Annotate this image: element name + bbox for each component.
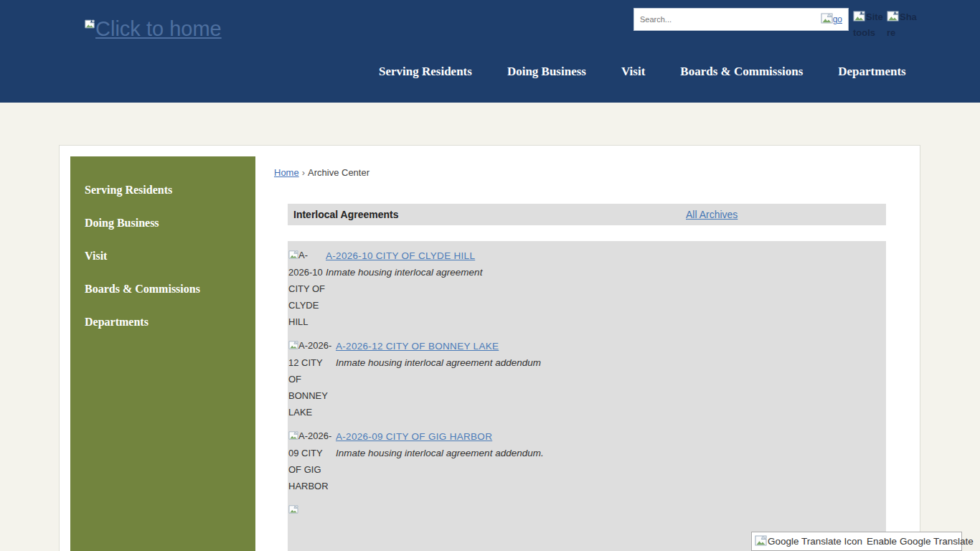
item-thumbnail-broken-image[interactable]: A-2026-10 CITY OF CLYDE HILL <box>288 247 326 330</box>
archive-header-bar: Interlocal Agreements All Archives <box>288 204 886 225</box>
item-thumbnail-broken-image[interactable]: A-2026-12 CITY OF BONNEY LAKE <box>288 337 336 420</box>
item-body: A-2026-12 CITY OF BONNEY LAKE Inmate hou… <box>336 337 541 420</box>
all-archives-link[interactable]: All Archives <box>686 209 738 220</box>
sidebar-item-visit[interactable]: Visit <box>70 240 255 273</box>
google-translate-icon-alt: Google Translate Icon <box>768 536 862 547</box>
item-title-link[interactable]: A-2026-09 CITY OF GIG HARBOR <box>336 431 492 442</box>
nav-doing-business[interactable]: Doing Business <box>507 65 586 79</box>
sidebar-item-boards-commissions[interactable]: Boards & Commissions <box>70 273 255 306</box>
archive-item: A-2026-10 CITY OF CLYDE HILL A-2026-10 C… <box>288 247 880 330</box>
item-thumbnail-broken-image[interactable]: A-2026-09 CITY OF GIG HARBOR <box>288 428 336 494</box>
sidebar: Serving Residents Doing Business Visit B… <box>70 156 255 551</box>
main-nav: Serving Residents Doing Business Visit B… <box>379 65 906 79</box>
breadcrumb-home-link[interactable]: Home <box>274 167 299 178</box>
google-translate-icon <box>755 535 767 548</box>
nav-departments[interactable]: Departments <box>838 65 905 79</box>
archive-center-page: { "header": { "home_link": "Click to hom… <box>0 0 980 551</box>
archive-list: A-2026-10 CITY OF CLYDE HILL A-2026-10 C… <box>288 241 886 551</box>
item-thumbnail-broken-image[interactable] <box>288 501 298 519</box>
sidebar-item-doing-business[interactable]: Doing Business <box>70 207 255 240</box>
archive-item-partial <box>288 501 880 519</box>
archive-title: Interlocal Agreements <box>293 209 399 220</box>
nav-visit[interactable]: Visit <box>621 65 645 79</box>
broken-image-icon <box>853 11 865 26</box>
home-link-label: Click to home <box>95 17 222 40</box>
broken-image-icon <box>821 13 833 26</box>
broken-image-icon <box>288 248 298 264</box>
sidebar-item-departments[interactable]: Departments <box>70 306 255 339</box>
enable-google-translate-link[interactable]: Enable Google Translate <box>867 536 974 547</box>
search-box: go <box>633 8 849 31</box>
archive-module: Interlocal Agreements All Archives A-202… <box>288 204 886 551</box>
item-description: Inmate housing interlocal agreement adde… <box>336 445 544 461</box>
content-container: Serving Residents Doing Business Visit B… <box>59 145 920 551</box>
search-go-label: go <box>833 14 842 24</box>
broken-image-icon <box>288 428 298 445</box>
nav-boards-commissions[interactable]: Boards & Commissions <box>680 65 803 79</box>
item-description: Inmate housing interlocal agreement <box>326 264 482 281</box>
item-description: Inmate housing interlocal agreement adde… <box>336 354 541 371</box>
site-header: Click to home go Sitetools Share Serving… <box>0 0 980 103</box>
breadcrumb-current: Archive Center <box>308 167 369 178</box>
home-link[interactable]: Click to home <box>85 10 222 41</box>
item-title-link[interactable]: A-2026-10 CITY OF CLYDE HILL <box>326 250 475 261</box>
search-go-button[interactable]: go <box>821 13 842 26</box>
breadcrumb-separator: › <box>302 167 305 178</box>
item-body: A-2026-09 CITY OF GIG HARBOR Inmate hous… <box>336 428 544 494</box>
site-tools-link[interactable]: Sitetools <box>853 10 886 40</box>
search-input[interactable] <box>640 15 821 24</box>
item-body: A-2026-10 CITY OF CLYDE HILL Inmate hous… <box>326 247 482 330</box>
breadcrumb: Home›Archive Center <box>274 167 369 178</box>
broken-image-icon <box>85 10 95 34</box>
archive-item: A-2026-12 CITY OF BONNEY LAKE A-2026-12 … <box>288 337 880 420</box>
google-translate-bar: Google Translate Icon Enable Google Tran… <box>751 532 962 551</box>
archive-item: A-2026-09 CITY OF GIG HARBOR A-2026-09 C… <box>288 428 880 494</box>
broken-image-icon <box>288 338 298 354</box>
nav-serving-residents[interactable]: Serving Residents <box>379 65 472 79</box>
sidebar-item-serving-residents[interactable]: Serving Residents <box>70 174 255 207</box>
broken-image-icon <box>288 502 298 519</box>
share-link[interactable]: Share <box>887 10 920 40</box>
item-title-link[interactable]: A-2026-12 CITY OF BONNEY LAKE <box>336 341 499 352</box>
broken-image-icon <box>887 11 899 26</box>
